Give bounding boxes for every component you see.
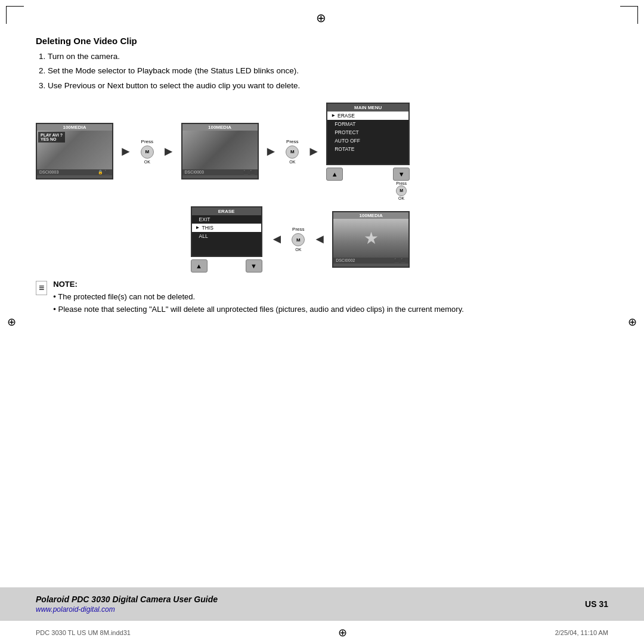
footer-date: 2/25/04, 11:10 AM (555, 629, 608, 636)
nav-down-btn-2[interactable]: ▼ (246, 259, 262, 273)
m-button-3[interactable]: M (396, 185, 407, 196)
screen3-footer-icons: ⬛ ⬛ (394, 258, 406, 263)
footer-file: PDC 3030 TL US UM 8M.indd31 (36, 629, 131, 636)
note-title: NOTE: (53, 280, 463, 289)
m-button-2[interactable]: M (286, 145, 299, 159)
nav-up-btn[interactable]: ▲ (326, 168, 343, 181)
erase-menu-all: ALL (192, 232, 261, 240)
button-group-3: Press M OK (292, 227, 305, 252)
screen2-header: 100MEDIA (182, 124, 258, 131)
nav-up-btn-2[interactable]: ▲ (191, 259, 208, 273)
erase-menu-exit: EXIT (192, 215, 261, 224)
screen1-footer-left: DSCI0003 (39, 170, 58, 175)
arrow-2: ► (162, 144, 175, 159)
arrow-6: ◄ (313, 231, 326, 247)
screen3-header: 100MEDIA (333, 212, 408, 219)
corner-mark-tr (620, 6, 638, 24)
corner-mark-tl (6, 6, 24, 24)
main-menu-protect: PROTECT (327, 128, 408, 137)
arrow-1: ► (119, 144, 132, 159)
ok-label-3: OK (398, 196, 404, 200)
arrow-4: ► (307, 144, 320, 159)
note-item-2: Please note that selecting "ALL" will de… (53, 304, 463, 315)
crosshair-right (628, 315, 637, 329)
ok-label-1: OK (144, 160, 150, 164)
main-menu-title: MAIN MENU (327, 104, 408, 112)
screen3-footer-left: DSCI0002 (336, 258, 355, 263)
screen1-footer: DSCI0003 🔒 ⬛ (37, 169, 112, 175)
button-group-1: Press M OK (141, 139, 154, 164)
main-menu-erase: ►ERASE (327, 112, 408, 120)
note-item-1: The protected file(s) can not be deleted… (53, 291, 463, 303)
crosshair-left (7, 315, 16, 329)
footer-title: Polaroid PDC 3030 Digital Camera User Gu… (36, 595, 218, 604)
erase-menu-screen: ERASE EXIT ►THIS ALL (191, 206, 262, 257)
crosshair-top (316, 11, 328, 23)
screen2-body (182, 131, 258, 169)
footer-page: US 31 (585, 599, 608, 609)
footer-bottom: PDC 3030 TL US UM 8M.indd31 ⊕ 2/25/04, 1… (0, 620, 644, 644)
m-button-1[interactable]: M (141, 145, 154, 159)
erase-menu-this: ►THIS (192, 224, 261, 232)
screen1-footer-icons: 🔒 ⬛ (98, 170, 110, 175)
note-icon: ≡ (36, 281, 47, 295)
screen1-header: 100MEDIA (37, 124, 112, 131)
main-menu-screen: MAIN MENU ►ERASE FORMAT PROTECT AUTO OFF… (326, 103, 410, 165)
instruction-1: Turn on the camera. (48, 51, 608, 63)
main-menu-autooff: AUTO OFF (327, 137, 408, 145)
camera-screen-2: 100MEDIA DSCI0003 ⬛ ⬛ (181, 123, 259, 179)
crosshair-bottom: ⊕ (338, 626, 347, 639)
instruction-2: Set the Mode selector to Playback mode (… (48, 65, 608, 77)
screen2-footer-left: DSCI0003 (185, 170, 204, 175)
screen3-footer: DSCI0002 ⬛ ⬛ (333, 258, 408, 264)
arrow-3: ► (265, 144, 278, 159)
instructions: Turn on the camera. Set the Mode selecto… (36, 51, 608, 92)
press-label-2: Press (286, 139, 298, 144)
note-section: ≡ NOTE: The protected file(s) can not be… (36, 280, 608, 317)
screen3-body: ★ (333, 219, 408, 258)
press-m-label: Press (396, 181, 407, 185)
footer-url: www.polaroid-digital.com (36, 605, 218, 614)
footer-main: Polaroid PDC 3030 Digital Camera User Gu… (0, 587, 644, 620)
screen2-footer: DSCI0003 ⬛ ⬛ (182, 169, 258, 175)
button-group-2: Press M OK (286, 139, 299, 164)
nav-down-btn[interactable]: ▼ (393, 168, 410, 181)
ok-label-2: OK (289, 160, 295, 164)
instruction-3: Use Previous or Next button to select th… (48, 80, 608, 92)
m-button-4[interactable]: M (292, 233, 305, 246)
camera-screen-1: 100MEDIA PLAY AVI ?YES NO DSCI0003 🔒 ⬛ (36, 123, 113, 179)
section-title: Deleting One Video Clip (36, 36, 608, 46)
press-label-3: Press (292, 227, 304, 232)
note-content: NOTE: The protected file(s) can not be d… (53, 280, 463, 317)
footer: Polaroid PDC 3030 Digital Camera User Gu… (0, 587, 644, 644)
diagram-container: 100MEDIA PLAY AVI ?YES NO DSCI0003 🔒 ⬛ ►… (36, 103, 608, 273)
camera-screen-3: 100MEDIA ★ DSCI0002 ⬛ ⬛ (332, 211, 410, 268)
press-label-1: Press (141, 139, 153, 144)
screen1-body: PLAY AVI ?YES NO (37, 131, 112, 169)
screen2-footer-icons: ⬛ ⬛ (243, 170, 255, 175)
screen1-overlay: PLAY AVI ?YES NO (38, 132, 65, 143)
arrow-5: ◄ (271, 231, 284, 247)
erase-menu-title: ERASE (192, 208, 261, 215)
main-content: Deleting One Video Clip Turn on the came… (36, 36, 608, 584)
ok-label-4: OK (295, 247, 301, 252)
main-menu-format: FORMAT (327, 120, 408, 128)
main-menu-rotate: ROTATE (327, 145, 408, 153)
